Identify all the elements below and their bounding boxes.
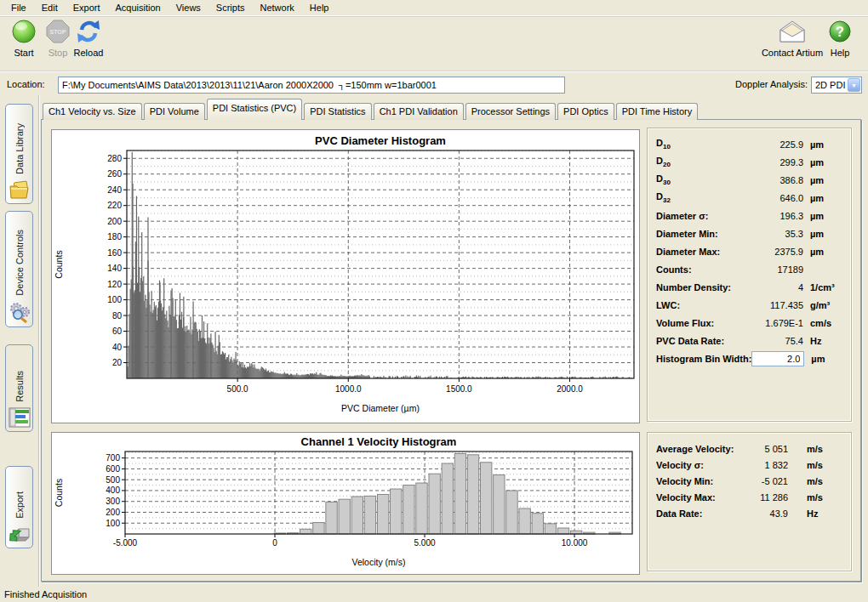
svg-text:-5.000: -5.000 [113, 538, 138, 548]
stat-label: D20 [656, 156, 671, 168]
stat-unit: µm [803, 229, 844, 239]
stat-label: Velocity Min: [656, 476, 713, 486]
tab-pdi-optics[interactable]: PDI Optics [557, 103, 614, 120]
diameter-statistics-panel: D10225.9µmD20299.3µmD30386.8µmD32646.0µm… [647, 128, 852, 422]
stat-label: Data Rate: [656, 508, 702, 519]
svg-text:240: 240 [107, 185, 122, 195]
stat-unit: µm [803, 211, 844, 221]
svg-text:280: 280 [107, 154, 122, 163]
stat-label: D32 [656, 191, 671, 204]
stat-value: 196.3 [744, 211, 803, 221]
help-button[interactable]: ? Help [819, 17, 861, 58]
diameter-stat-row: D30386.8µm [648, 171, 851, 189]
svg-text:PVC Diameter (µm): PVC Diameter (µm) [341, 403, 420, 413]
svg-text:Counts: Counts [54, 479, 64, 507]
svg-text:Velocity (m/s): Velocity (m/s) [351, 557, 405, 567]
menu-item-edit[interactable]: Edit [34, 1, 66, 14]
diameter-stat-row: LWC:117.435g/m³ [648, 296, 851, 314]
sidebar: Data LibraryDevice ControlsResultsExport [0, 95, 39, 587]
menu-item-help[interactable]: Help [302, 1, 337, 14]
stat-label: Diameter Min: [656, 229, 718, 239]
sidebar-tab-label: Results [14, 371, 25, 402]
help-icon: ? [819, 17, 861, 46]
stat-unit: 1/cm³ [803, 282, 844, 292]
pdi-statistics-pvc-page: 2040608010012014016018020022024026028050… [41, 119, 861, 582]
stat-unit: m/s [800, 476, 844, 486]
status-text: Finished Acquisition [4, 589, 87, 599]
sidebar-tab-export[interactable]: Export [5, 466, 33, 548]
location-input[interactable] [58, 77, 565, 94]
chevron-down-icon: ▼ [851, 82, 857, 88]
stat-label: Diameter σ: [656, 211, 708, 221]
tab-ch1-velocity-vs-size[interactable]: Ch1 Velocity vs. Size [43, 103, 142, 120]
svg-text:STOP: STOP [50, 29, 66, 35]
svg-text:Channel 1 Velocity Histogram: Channel 1 Velocity Histogram [301, 435, 457, 448]
stat-unit: cm/s [803, 318, 844, 328]
menu-item-export[interactable]: Export [66, 1, 108, 14]
svg-text:PVC Diameter Histogram: PVC Diameter Histogram [315, 134, 446, 147]
menu-item-scripts[interactable]: Scripts [208, 1, 253, 14]
svg-text:1500.0: 1500.0 [446, 384, 472, 394]
stat-value: 43.9 [744, 508, 788, 519]
histogram-bin-width-row: Histogram Bin Width:µm [648, 349, 851, 367]
svg-text:100: 100 [107, 295, 122, 304]
envelope-icon [760, 17, 825, 46]
help-label: Help [819, 48, 861, 58]
stat-unit: µm [803, 157, 844, 168]
pvc-diameter-histogram-panel: 2040608010012014016018020022024026028050… [51, 129, 640, 423]
contact-artium-button[interactable]: Contact Artium [760, 17, 825, 58]
chart-icon [9, 407, 31, 428]
stat-value: 35.3 [744, 229, 803, 239]
stat-unit: µm [803, 139, 844, 150]
stat-unit: m/s [800, 444, 844, 454]
svg-text:0: 0 [272, 538, 277, 548]
sidebar-tab-device-controls[interactable]: Device Controls [5, 211, 33, 327]
reload-button[interactable]: Reload [65, 17, 112, 58]
stat-value: 1 832 [744, 460, 788, 470]
stat-label: Diameter Max: [656, 247, 720, 257]
tab-ch1-pdi-validation[interactable]: Ch1 PDI Validation [374, 103, 464, 120]
tab-pdi-statistics-pvc[interactable]: PDI Statistics (PVC) [207, 99, 302, 120]
stat-label: Number Density: [656, 282, 731, 292]
stat-value: 646.0 [744, 193, 803, 203]
stat-value: 2375.9 [744, 247, 803, 257]
status-bar: Finished Acquisition [0, 587, 868, 602]
doppler-analysis-value: 2D PDI [815, 80, 845, 90]
svg-text:260: 260 [107, 169, 122, 179]
svg-text:160: 160 [107, 248, 122, 258]
tab-pdi-time-history[interactable]: PDI Time History [616, 103, 699, 120]
tab-pdi-statistics[interactable]: PDI Statistics [304, 103, 371, 120]
svg-text:60: 60 [112, 327, 123, 336]
menu-item-network[interactable]: Network [252, 1, 301, 14]
stat-unit: µm [803, 175, 844, 185]
stat-label: Histogram Bin Width: [656, 354, 751, 364]
stat-label: LWC: [656, 300, 680, 310]
menu-item-acquisition[interactable]: Acquisition [108, 1, 168, 14]
stat-unit: g/m³ [803, 300, 844, 310]
export-icon [9, 524, 31, 544]
stat-label: Counts: [656, 264, 692, 275]
tab-processor-settings[interactable]: Processor Settings [465, 103, 556, 120]
menu-item-file[interactable]: File [3, 1, 34, 14]
sidebar-tab-results[interactable]: Results [5, 344, 33, 432]
stat-unit: µm [804, 354, 844, 364]
svg-text:200: 200 [106, 508, 120, 517]
stat-value: 117.435 [744, 300, 803, 310]
stat-value: 225.9 [744, 139, 803, 150]
velocity-stat-row: Average Velocity:5 051m/s [648, 440, 851, 457]
diameter-stat-row: PVC Data Rate:75.4Hz [648, 332, 851, 349]
folder-icon [9, 179, 31, 200]
gears-icon [9, 301, 31, 323]
sidebar-tab-data-library[interactable]: Data Library [5, 104, 33, 204]
contact-artium-label: Contact Artium [760, 48, 825, 58]
tab-pdi-volume[interactable]: PDI Volume [144, 103, 205, 120]
combo-dropdown-button[interactable]: ▼ [848, 78, 860, 92]
menu-item-views[interactable]: Views [168, 1, 208, 14]
doppler-analysis-select[interactable]: 2D PDI ▼ [811, 77, 862, 94]
stat-label: Average Velocity: [656, 444, 734, 454]
stat-value: 4 [744, 282, 803, 292]
velocity-stat-row: Velocity Max:11 286m/s [648, 489, 851, 505]
stat-unit: m/s [800, 492, 844, 503]
histogram-bin-width-input[interactable] [751, 351, 804, 366]
velocity-histogram-chart: 100200300400500600700-5.00005.00010.000C… [52, 433, 637, 572]
